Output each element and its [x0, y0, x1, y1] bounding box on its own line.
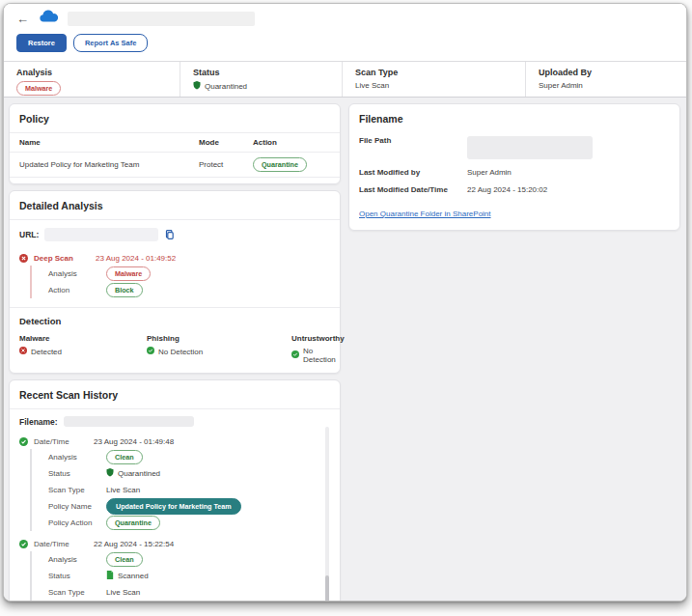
- analysis-label: Analysis: [48, 555, 106, 564]
- scan-history-entry: Date/Time 22 Aug 2024 - 15:22:54 Analysi…: [19, 536, 330, 602]
- detection-phishing: Phishing No Detection: [147, 334, 291, 364]
- action-buttons-row: Restore Report As Safe: [4, 29, 686, 61]
- file-path-label: File Path: [359, 136, 467, 145]
- analysis-label: Analysis: [16, 68, 180, 77]
- scan-history-entry: Date/Time 23 Aug 2024 - 01:49:48 Analysi…: [19, 434, 330, 531]
- status-label: Status: [193, 68, 342, 77]
- check-circle-icon: [291, 350, 299, 360]
- copy-icon[interactable]: [164, 229, 175, 240]
- malware-label: Malware: [19, 334, 147, 343]
- analysis-label: Analysis: [48, 453, 106, 462]
- analysis-malware-badge: Malware: [106, 266, 151, 281]
- url-field-redacted[interactable]: [44, 228, 158, 241]
- summary-status: Status Quarantined: [180, 62, 342, 97]
- status-label: Status: [48, 572, 106, 580]
- deep-scan-row: Deep Scan 23 Aug 2024 - 01:49:52: [19, 250, 330, 266]
- check-circle-icon: [19, 433, 28, 450]
- policy-name-value: Updated Policy for Marketing Team: [19, 160, 199, 169]
- x-circle-icon: [19, 347, 27, 356]
- top-bar: ←: [4, 4, 686, 29]
- phishing-detection-value: No Detection: [158, 348, 203, 356]
- datetime-label: Date/Time: [34, 437, 94, 446]
- scrollbar-track[interactable]: [325, 427, 329, 602]
- untrustworthy-label: Untrustworthy: [291, 334, 345, 343]
- check-circle-icon: [147, 347, 154, 356]
- detection-grid: Malware Detected Phishing: [19, 334, 330, 364]
- deep-scan-datetime: 23 Aug 2024 - 01:49:52: [96, 254, 176, 263]
- uploaded-by-value: Super Admin: [539, 81, 583, 90]
- untrustworthy-detection-value: No Detection: [303, 347, 345, 364]
- detailed-analysis-card: Detailed Analysis URL:: [9, 190, 341, 374]
- recent-scan-history-card: Recent Scan History Filename: Date/Time: [9, 379, 341, 602]
- status-value: Quarantined: [118, 469, 160, 478]
- divider: [10, 307, 340, 308]
- recent-scan-history-title: Recent Scan History: [10, 380, 340, 409]
- filename-title: Filename: [349, 104, 679, 132]
- open-quarantine-folder-link[interactable]: Open Quarantine Folder in SharePoint: [359, 210, 491, 218]
- analysis-clean-badge: Clean: [106, 552, 143, 567]
- scan-type-label: Scan Type: [48, 486, 106, 494]
- datetime-value: 23 Aug 2024 - 01:49:48: [94, 437, 174, 446]
- scan-type-value: Live Scan: [106, 486, 140, 494]
- check-circle-icon: [19, 535, 28, 552]
- analysis-clean-badge: Clean: [106, 450, 143, 464]
- policy-action-badge: Quarantine: [106, 516, 160, 530]
- policy-col-action: Action: [253, 138, 330, 147]
- status-value: Quarantined: [205, 82, 247, 91]
- file-path-row: File Path: [359, 136, 670, 159]
- history-filename-redacted: [64, 416, 194, 427]
- detection-malware: Malware Detected: [19, 334, 147, 364]
- onedrive-cloud-icon: [38, 10, 59, 27]
- policy-title: Policy: [10, 104, 340, 133]
- scan-type-label: Scan Type: [48, 588, 106, 597]
- app-window: ← Restore Report As Safe Analysis Malwar…: [3, 3, 687, 602]
- detection-untrustworthy: Untrustworthy No Detection: [291, 334, 345, 364]
- policy-col-name: Name: [19, 138, 199, 147]
- policy-action-badge: Quarantine: [253, 157, 307, 172]
- summary-analysis: Analysis Malware: [4, 62, 180, 97]
- back-arrow-icon[interactable]: ←: [16, 13, 29, 25]
- status-label: Status: [48, 469, 106, 478]
- scan-type-value: Live Scan: [355, 81, 389, 90]
- datetime-label: Date/Time: [34, 540, 94, 548]
- url-label: URL:: [19, 230, 39, 239]
- action-label: Action: [48, 286, 106, 294]
- last-modified-by-value: Super Admin: [467, 168, 670, 177]
- scan-type-label: Scan Type: [355, 68, 525, 77]
- content-area: Policy Name Mode Action Updated Policy f…: [4, 98, 686, 602]
- last-modified-by-label: Last Modified by: [359, 168, 467, 177]
- deep-scan-label: Deep Scan: [34, 254, 96, 263]
- summary-uploaded-by: Uploaded By Super Admin: [525, 62, 686, 97]
- scan-type-value: Live Scan: [106, 588, 140, 597]
- shield-icon: [106, 468, 114, 479]
- last-modified-datetime-value: 22 Aug 2024 - 15:20:02: [467, 185, 670, 194]
- last-modified-datetime-label: Last Modified Date/Time: [359, 185, 467, 194]
- detailed-analysis-title: Detailed Analysis: [10, 191, 340, 220]
- filename-card: Filename File Path Last Modified by Supe…: [348, 103, 680, 231]
- uploaded-by-label: Uploaded By: [539, 68, 686, 77]
- summary-strip: Analysis Malware Status Quarantined Scan…: [4, 61, 686, 98]
- url-row: URL:: [19, 228, 330, 241]
- file-title-redacted: [68, 12, 255, 26]
- summary-scan-type: Scan Type Live Scan: [342, 62, 525, 97]
- history-filename-label: Filename:: [19, 417, 58, 427]
- policy-name-label: Policy Name: [48, 502, 106, 511]
- status-value: Scanned: [118, 572, 149, 580]
- policy-col-mode: Mode: [199, 138, 253, 147]
- policy-name-badge: Default OneDrive policy: [106, 601, 204, 602]
- analysis-malware-badge: Malware: [16, 81, 61, 96]
- restore-button[interactable]: Restore: [16, 34, 67, 52]
- malware-detection-value: Detected: [31, 348, 62, 356]
- policy-mode-value: Protect: [199, 160, 253, 169]
- policy-table-row: Updated Policy for Marketing Team Protec…: [10, 153, 340, 178]
- scrollbar-thumb[interactable]: [325, 575, 329, 602]
- policy-name-badge: Updated Policy for Marketing Team: [106, 498, 241, 514]
- phishing-label: Phishing: [147, 334, 291, 343]
- deep-scan-details: Analysis Malware Action Block: [30, 266, 330, 298]
- history-filename-row: Filename:: [19, 416, 330, 427]
- report-as-safe-button[interactable]: Report As Safe: [73, 34, 149, 52]
- shield-icon: [193, 81, 201, 92]
- analysis-label: Analysis: [48, 269, 106, 278]
- x-circle-icon: [19, 249, 28, 266]
- action-block-badge: Block: [106, 283, 143, 297]
